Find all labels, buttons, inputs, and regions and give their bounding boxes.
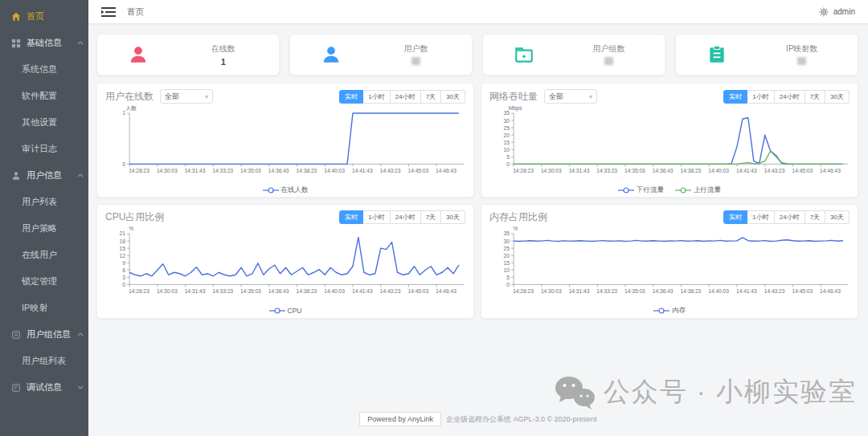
stat-cards-row: 在线数 1 用户数 用户组数 [96, 34, 858, 75]
time-filter-24h[interactable]: 24小时 [775, 90, 805, 104]
sidebar-item-user-group-list[interactable]: 用户组列表 [0, 348, 88, 374]
collection-icon [11, 330, 21, 340]
svg-text:0: 0 [122, 282, 125, 287]
debug-icon [11, 383, 21, 393]
time-filter-1h[interactable]: 1小时 [747, 90, 774, 104]
chart-card-cpu-usage: CPU占用比例 实时 1小时 24小时 7天 30天 %036912151821… [96, 204, 474, 319]
time-filter-24h[interactable]: 24小时 [391, 90, 421, 104]
stat-label: IP映射数 [758, 43, 846, 55]
sidebar-item-lock-management[interactable]: 锁定管理 [0, 268, 88, 295]
sidebar-item-system-info[interactable]: 系统信息 [0, 56, 88, 83]
breadcrumb[interactable]: 首页 [127, 6, 144, 18]
user-icon [128, 44, 149, 65]
svg-text:14:41:43: 14:41:43 [352, 168, 373, 173]
sidebar-item-user-group-info[interactable]: 用户组信息 [0, 321, 88, 348]
svg-text:14:38:23: 14:38:23 [681, 168, 702, 173]
svg-text:14:35:03: 14:35:03 [624, 288, 645, 294]
time-filter-1h[interactable]: 1小时 [363, 210, 390, 224]
time-filter-realtime[interactable]: 实时 [723, 90, 747, 104]
svg-text:0: 0 [122, 161, 125, 167]
sidebar-item-debug-info[interactable]: 调试信息 [0, 374, 88, 401]
sidebar-item-basic-info[interactable]: 基础信息 [0, 30, 88, 56]
sidebar-item-online-users[interactable]: 在线用户 [0, 242, 88, 268]
time-filter-7d[interactable]: 7天 [421, 210, 441, 224]
time-filter-24h[interactable]: 24小时 [391, 210, 421, 224]
folder-icon [514, 44, 534, 65]
license-text: 企业级远程办公系统 AGPL-3.0 © 2020-present [446, 414, 597, 425]
svg-text:14:28:23: 14:28:23 [513, 168, 534, 173]
time-filter-7d[interactable]: 7天 [421, 90, 441, 104]
series-select[interactable]: 全部▾ [160, 89, 213, 104]
svg-text:25: 25 [504, 125, 510, 131]
svg-text:14:28:23: 14:28:23 [129, 288, 149, 294]
time-filter-30d[interactable]: 30天 [825, 90, 850, 104]
svg-text:30: 30 [504, 118, 510, 124]
chart-canvas: %0510152025303514:28:2314:30:0314:31:431… [489, 224, 850, 301]
sidebar-item-user-list[interactable]: 用户列表 [0, 189, 88, 215]
chart-legend[interactable]: 在线人数 [105, 184, 465, 196]
chart-legend[interactable]: 内存 [489, 304, 850, 316]
sidebar-item-user-policy[interactable]: 用户策略 [0, 215, 88, 242]
svg-text:21: 21 [120, 230, 126, 236]
legend-item[interactable]: 下行流量 [618, 185, 664, 195]
chart-canvas: 人数0114:28:2314:30:0314:31:4314:33:2314:3… [105, 104, 465, 181]
grid-icon [11, 39, 21, 48]
legend-item[interactable]: CPU [269, 307, 302, 315]
chart-legend[interactable]: 下行流量上行流量 [489, 184, 850, 196]
svg-text:14:40:03: 14:40:03 [708, 288, 729, 294]
sidebar-item-user-info[interactable]: 用户信息 [0, 162, 88, 189]
time-filter-group: 实时 1小时 24小时 7天 30天 [339, 90, 465, 104]
svg-text:14:43:23: 14:43:23 [764, 168, 785, 173]
legend-item[interactable]: 上行流量 [675, 185, 721, 195]
chevron-down-icon: ▾ [205, 93, 208, 100]
svg-text:%: % [513, 226, 518, 231]
chart-legend[interactable]: CPU [105, 304, 465, 316]
chart-card-online-users: 用户在线数 全部▾ 实时 1小时 24小时 7天 30天 人数0114:28:2… [96, 83, 474, 198]
sidebar-item-other-settings[interactable]: 其他设置 [0, 109, 88, 136]
sidebar-item-home[interactable]: 首页 [0, 3, 88, 30]
svg-text:14:30:03: 14:30:03 [541, 168, 562, 173]
svg-text:14:46:43: 14:46:43 [436, 168, 457, 173]
hamburger-menu-icon[interactable] [101, 6, 116, 18]
time-filter-group: 实时 1小时 24小时 7天 30天 [339, 210, 465, 224]
user-icon [321, 44, 342, 65]
svg-text:14:31:43: 14:31:43 [569, 288, 590, 294]
svg-text:人数: 人数 [125, 105, 137, 112]
page-content: 在线数 1 用户数 用户组数 [88, 24, 868, 436]
sidebar-item-ip-mapping[interactable]: IP映射 [0, 295, 88, 321]
sidebar-item-audit-log[interactable]: 审计日志 [0, 136, 88, 162]
series-select[interactable]: 全部▾ [544, 89, 597, 104]
time-filter-30d[interactable]: 30天 [825, 210, 850, 224]
svg-text:15: 15 [504, 140, 510, 145]
svg-text:14:43:23: 14:43:23 [764, 288, 785, 294]
stat-label: 用户数 [372, 43, 461, 55]
svg-text:14:36:43: 14:36:43 [268, 288, 289, 294]
time-filter-group: 实时 1小时 24小时 7天 30天 [723, 210, 850, 224]
time-filter-24h[interactable]: 24小时 [775, 210, 805, 224]
time-filter-group: 实时 1小时 24小时 7天 30天 [723, 90, 850, 104]
svg-text:14:33:23: 14:33:23 [596, 168, 617, 173]
time-filter-1h[interactable]: 1小时 [747, 210, 774, 224]
time-filter-7d[interactable]: 7天 [805, 210, 825, 224]
time-filter-30d[interactable]: 30天 [441, 210, 465, 224]
time-filter-30d[interactable]: 30天 [441, 90, 465, 104]
time-filter-7d[interactable]: 7天 [805, 90, 825, 104]
sidebar-item-software-config[interactable]: 软件配置 [0, 83, 88, 109]
svg-text:14:45:03: 14:45:03 [407, 168, 428, 173]
legend-item[interactable]: 在线人数 [263, 185, 309, 195]
time-filter-realtime[interactable]: 实时 [339, 210, 363, 224]
time-filter-1h[interactable]: 1小时 [363, 90, 390, 104]
time-filter-realtime[interactable]: 实时 [339, 90, 363, 104]
main-area: 首页 admin 在线数 1 用户数 [88, 0, 868, 436]
svg-text:6: 6 [122, 267, 125, 273]
username[interactable]: admin [833, 7, 855, 16]
gear-icon[interactable] [819, 7, 829, 17]
legend-item[interactable]: 内存 [653, 306, 686, 316]
svg-text:5: 5 [506, 154, 510, 160]
svg-text:14:30:03: 14:30:03 [157, 168, 178, 173]
svg-text:12: 12 [120, 253, 126, 259]
top-header: 首页 admin [88, 0, 868, 24]
chart-title: CPU占用比例 [105, 210, 164, 224]
legend-marker-icon [618, 186, 634, 194]
time-filter-realtime[interactable]: 实时 [723, 210, 747, 224]
